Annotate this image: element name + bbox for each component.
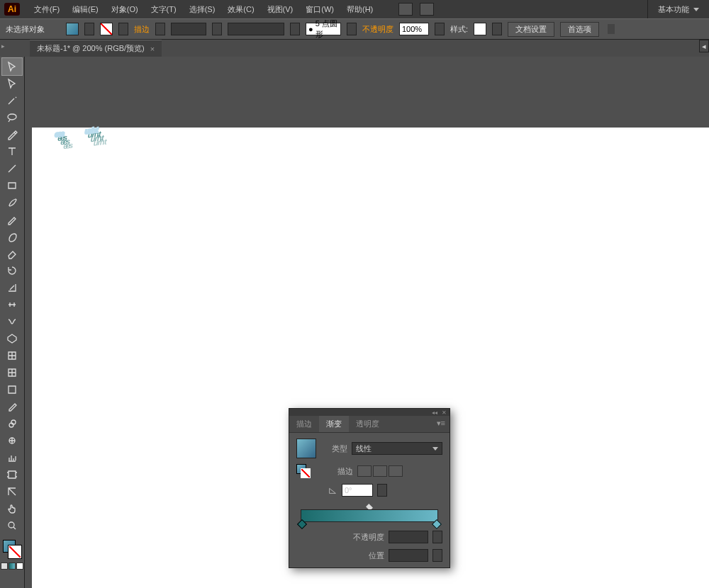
slice-tool[interactable] [2, 483, 22, 500]
type-tool[interactable] [2, 143, 22, 160]
scale-tool[interactable] [2, 279, 22, 296]
symbol-sprayer-tool[interactable] [2, 432, 22, 449]
shape-icon [6, 333, 18, 344]
opacity-label[interactable]: 不透明度 [362, 24, 393, 35]
stroke-weight-field[interactable] [171, 23, 206, 35]
eraser-tool[interactable] [2, 245, 22, 262]
profile-field[interactable]: ● 5 点圆形 [306, 23, 341, 35]
stroke-mode-3[interactable] [389, 465, 403, 477]
tab-transparency[interactable]: 透明度 [349, 416, 386, 432]
document-tab[interactable]: 未标题-1* @ 200% (RGB/预览) × [30, 40, 162, 57]
stroke-mode-2[interactable] [373, 465, 387, 477]
rectangle-tool[interactable] [2, 177, 22, 194]
panel-header[interactable]: ◂◂✕ [289, 409, 450, 416]
layout-icon[interactable] [398, 3, 413, 16]
tool-panel [0, 57, 25, 588]
stroke-mode-1[interactable] [357, 465, 372, 477]
stroke-label[interactable]: 描边 [134, 24, 150, 35]
fill-swatch[interactable] [66, 23, 79, 35]
eyedropper-tool[interactable] [2, 398, 22, 415]
fill-stroke-control[interactable] [1, 538, 23, 560]
paintbrush-tool[interactable] [2, 194, 22, 211]
brush-field[interactable] [228, 23, 284, 35]
menu-effect[interactable]: 效果(C) [222, 2, 259, 17]
lasso-icon [6, 112, 18, 123]
stroke-weight-menu[interactable] [212, 23, 222, 35]
gradient-stop-left[interactable] [297, 519, 307, 529]
stroke-swatch[interactable] [100, 23, 113, 35]
selection-status: 未选择对象 [6, 24, 45, 35]
color-mode-1[interactable] [9, 562, 16, 570]
blob-brush-tool[interactable] [2, 228, 22, 245]
selection-tool[interactable] [2, 58, 22, 75]
gradient-slider[interactable] [301, 509, 438, 522]
mesh-tool[interactable] [2, 364, 22, 381]
blend-tool[interactable] [2, 415, 22, 432]
tab-gradient[interactable]: 渐变 [319, 416, 349, 432]
gradient-type-select[interactable]: 线性 [352, 442, 442, 455]
stop-opacity-dropdown[interactable] [432, 531, 442, 543]
zoom-tool[interactable] [2, 517, 22, 534]
angle-dropdown[interactable] [377, 484, 387, 497]
panel-fill-stroke[interactable] [296, 464, 311, 478]
artboard-tool[interactable] [2, 466, 22, 483]
panel-close-icon[interactable]: ✕ [442, 409, 447, 416]
stop-opacity-field[interactable] [389, 531, 428, 543]
direct-icon [6, 78, 18, 89]
menu-select[interactable]: 选择(S) [184, 2, 221, 17]
panel-collapse-button[interactable]: ◂ [699, 40, 709, 52]
brush-menu[interactable] [290, 23, 300, 35]
rotate-tool[interactable] [2, 262, 22, 279]
pen-tool[interactable] [2, 126, 22, 143]
stroke-dropdown[interactable] [118, 23, 128, 35]
column-graph-tool[interactable] [2, 449, 22, 466]
menu-file[interactable]: 文件(F) [28, 2, 65, 17]
panel-menu-icon[interactable]: ▾≡ [432, 416, 450, 432]
direct-selection-tool[interactable] [2, 75, 22, 92]
app-logo: Ai [4, 3, 20, 16]
opacity-menu[interactable] [435, 23, 445, 35]
hand-tool[interactable] [2, 500, 22, 517]
stop-position-field[interactable] [389, 549, 428, 562]
color-mode-0[interactable] [1, 562, 8, 570]
lasso-tool[interactable] [2, 109, 22, 126]
color-mode-2[interactable] [16, 562, 23, 570]
panel-toggle-icon[interactable] [608, 24, 615, 34]
document-setup-button[interactable]: 文档设置 [508, 22, 554, 37]
tab-stroke[interactable]: 描边 [289, 416, 319, 432]
workspace-switcher[interactable]: 基本功能 [647, 0, 709, 18]
width-tool[interactable] [2, 296, 22, 313]
magic-wand-tool[interactable] [2, 92, 22, 109]
panel-collapse-icon[interactable]: ◂◂ [432, 409, 437, 416]
profile-menu[interactable] [347, 23, 357, 35]
free-transform-tool[interactable] [2, 313, 22, 330]
style-menu[interactable] [492, 23, 502, 35]
line-tool[interactable] [2, 160, 22, 177]
style-swatch[interactable] [474, 23, 486, 35]
pencil-tool[interactable] [2, 211, 22, 228]
close-tab-icon[interactable]: × [150, 45, 155, 53]
menu-window[interactable]: 窗口(W) [300, 2, 340, 17]
arrange-icon[interactable] [420, 3, 434, 16]
menu-view[interactable]: 视图(V) [262, 2, 299, 17]
stop-position-dropdown[interactable] [432, 549, 442, 562]
symbol-icon [6, 435, 18, 446]
fill-dropdown[interactable] [84, 23, 94, 35]
perspective-tool[interactable] [2, 347, 22, 364]
menu-help[interactable]: 帮助(H) [341, 2, 379, 17]
shape-builder-tool[interactable] [2, 330, 22, 347]
angle-icon [328, 485, 337, 495]
opacity-field[interactable]: 100% [399, 23, 429, 35]
menu-edit[interactable]: 编辑(E) [67, 2, 104, 17]
toolbar-collapse-button[interactable]: ▸ [1, 43, 10, 51]
menu-object[interactable]: 对象(O) [106, 2, 144, 17]
angle-input[interactable]: 0° [342, 484, 373, 497]
stroke-weight-dropdown[interactable] [155, 23, 165, 35]
gradient-stop-right[interactable] [432, 519, 442, 529]
slice-icon [6, 486, 18, 497]
menu-type[interactable]: 文字(T) [145, 2, 182, 17]
preferences-button[interactable]: 首选项 [560, 22, 599, 37]
gradient-preview[interactable] [296, 439, 316, 458]
stroke-box[interactable] [9, 545, 21, 558]
gradient-tool[interactable] [2, 381, 22, 398]
